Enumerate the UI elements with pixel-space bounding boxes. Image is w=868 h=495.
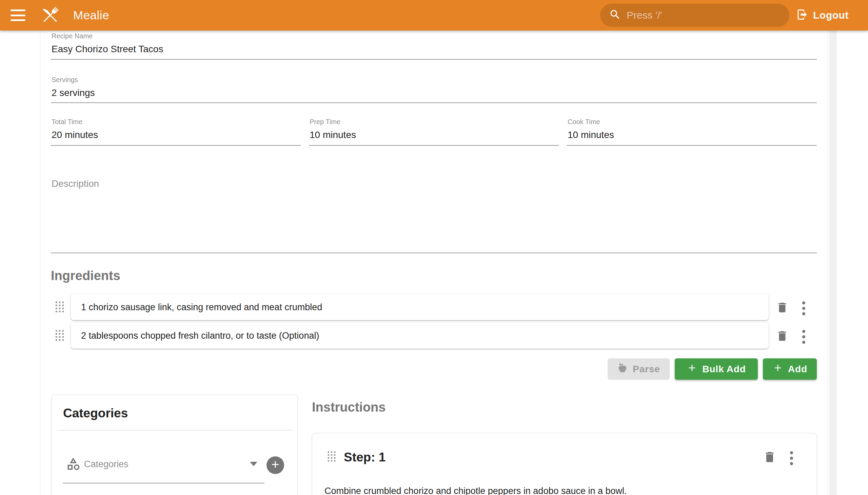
content-right-edge [828,31,828,495]
app-title: Mealie [73,8,109,22]
prep-time-label: Prep Time [310,118,340,126]
servings-input[interactable]: 2 servings [52,87,95,98]
total-time-input[interactable]: 20 minutes [52,130,98,140]
parse-button[interactable]: Parse [608,358,670,380]
description-textarea[interactable] [51,190,817,252]
delete-icon[interactable] [763,450,777,465]
logout-icon [796,8,808,22]
delete-icon[interactable] [776,329,789,344]
ingredients-heading: Ingredients [51,269,120,283]
prep-time-input[interactable]: 10 minutes [310,130,356,140]
add-button[interactable]: Add [763,358,817,380]
drag-handle-icon[interactable] [55,301,64,314]
kebab-menu-icon[interactable] [802,301,806,316]
drag-handle-icon[interactable] [55,329,64,343]
kebab-menu-icon[interactable] [789,450,794,466]
app-bar: Mealie Press '/' Logout [0,0,868,31]
total-time-label: Total Time [52,118,82,126]
drag-handle-icon[interactable] [327,451,336,464]
add-label: Add [788,364,807,375]
step-title: Step: 1 [344,450,386,464]
categories-divider [57,430,292,431]
search-input[interactable]: Press '/' [600,4,789,27]
mealie-logo-icon[interactable] [39,4,61,28]
add-category-button[interactable] [267,456,284,474]
categories-select-underline [63,483,265,483]
description-label: Description [52,178,99,189]
plus-icon [686,362,697,376]
step-text-input[interactable]: Combine crumbled chorizo and chipotle pe… [324,486,799,495]
logout-button[interactable]: Logout [796,7,849,23]
cook-time-input[interactable]: 10 minutes [567,130,614,140]
logout-label: Logout [813,10,849,21]
mealie-recipe-editor: Mealie Press '/' Logout Recipe Name Easy… [0,0,868,495]
apple-icon [617,362,628,376]
delete-icon[interactable] [776,301,789,315]
content-left-edge [40,31,40,495]
categories-select-label: Categories [84,459,129,470]
recipe-name-underline [51,59,817,60]
search-icon [609,8,621,22]
bulk-add-button[interactable]: Bulk Add [675,358,758,380]
parse-label: Parse [633,364,660,375]
prep-time-underline [309,145,559,146]
categories-card-title: Categories [63,406,128,421]
cook-time-underline [567,145,817,146]
servings-label: Servings [52,76,78,84]
ingredient-text: 1 chorizo sausage link, casing removed a… [81,302,322,312]
kebab-menu-icon[interactable] [802,329,806,344]
ingredient-input[interactable]: 2 tablespoons chopped fresh cilantro, or… [71,323,769,348]
menu-icon[interactable] [10,8,26,22]
plus-icon [772,362,783,376]
cook-time-label: Cook Time [567,118,600,126]
total-time-underline [51,145,301,146]
scrollbar[interactable] [829,31,837,495]
ingredient-input[interactable]: 1 chorizo sausage link, casing removed a… [71,294,769,320]
plus-icon [270,459,281,472]
recipe-name-input[interactable]: Easy Chorizo Street Tacos [52,44,163,55]
recipe-name-label: Recipe Name [52,32,92,40]
description-underline [51,253,817,253]
chevron-down-icon[interactable] [250,462,257,466]
search-placeholder: Press '/' [627,10,662,21]
instructions-heading: Instructions [312,400,386,415]
ingredient-text: 2 tablespoons chopped fresh cilantro, or… [81,330,319,341]
bulk-add-label: Bulk Add [702,364,746,375]
servings-underline [51,102,817,103]
